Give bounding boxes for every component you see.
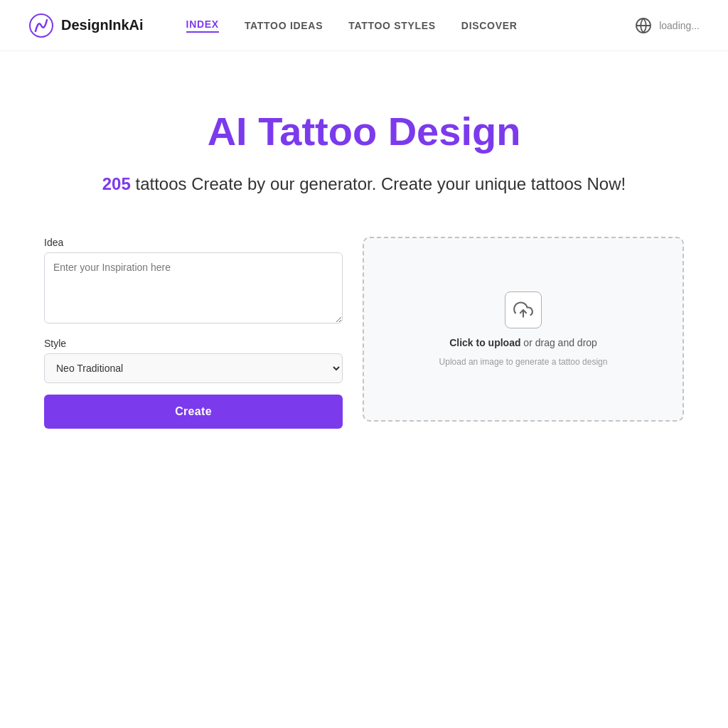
brand-name: DesignInkAi bbox=[61, 17, 144, 33]
nav-tattoo-styles[interactable]: TATTOO STYLES bbox=[348, 20, 436, 31]
hero-subtitle: 205 tattoos Create by our generator. Cre… bbox=[102, 171, 626, 197]
nav-discover[interactable]: DISCOVER bbox=[461, 20, 518, 31]
create-button[interactable]: Create bbox=[44, 395, 343, 429]
main-content: AI Tattoo Design 205 tattoos Create by o… bbox=[0, 51, 728, 429]
hero-title: AI Tattoo Design bbox=[208, 108, 521, 154]
tattoo-count: 205 bbox=[102, 174, 131, 193]
idea-label: Idea bbox=[44, 237, 343, 248]
logo[interactable]: DesignInkAi bbox=[28, 13, 144, 38]
idea-field-group: Idea bbox=[44, 237, 343, 326]
style-select[interactable]: Neo Traditional Traditional Realism Wate… bbox=[44, 353, 343, 383]
main-nav: INDEX TATTOO IDEAS TATTOO STYLES DISCOVE… bbox=[186, 18, 636, 33]
logo-icon bbox=[28, 13, 54, 38]
nav-index[interactable]: INDEX bbox=[186, 18, 219, 33]
left-panel: Idea Style Neo Traditional Traditional R… bbox=[44, 237, 343, 429]
upload-or-text: or drag and drop bbox=[520, 337, 596, 348]
upload-icon-wrap bbox=[505, 291, 542, 328]
hero-subtitle-text: tattoos Create by our generator. Create … bbox=[131, 174, 626, 193]
style-field-group: Style Neo Traditional Traditional Realis… bbox=[44, 338, 343, 383]
loading-status: loading... bbox=[659, 20, 700, 31]
upload-click-text: Click to upload bbox=[449, 337, 520, 348]
upload-label: Click to upload or drag and drop bbox=[449, 337, 597, 348]
style-label: Style bbox=[44, 338, 343, 349]
upload-icon bbox=[513, 300, 533, 320]
header: DesignInkAi INDEX TATTOO IDEAS TATTOO ST… bbox=[0, 0, 728, 51]
form-area: Idea Style Neo Traditional Traditional R… bbox=[44, 237, 684, 429]
nav-tattoo-ideas[interactable]: TATTOO IDEAS bbox=[245, 20, 323, 31]
upload-hint: Upload an image to generate a tattoo des… bbox=[439, 357, 608, 367]
header-right: loading... bbox=[635, 17, 700, 34]
idea-textarea[interactable] bbox=[44, 252, 343, 323]
globe-icon[interactable] bbox=[635, 17, 652, 34]
upload-panel[interactable]: Click to upload or drag and drop Upload … bbox=[363, 237, 684, 422]
